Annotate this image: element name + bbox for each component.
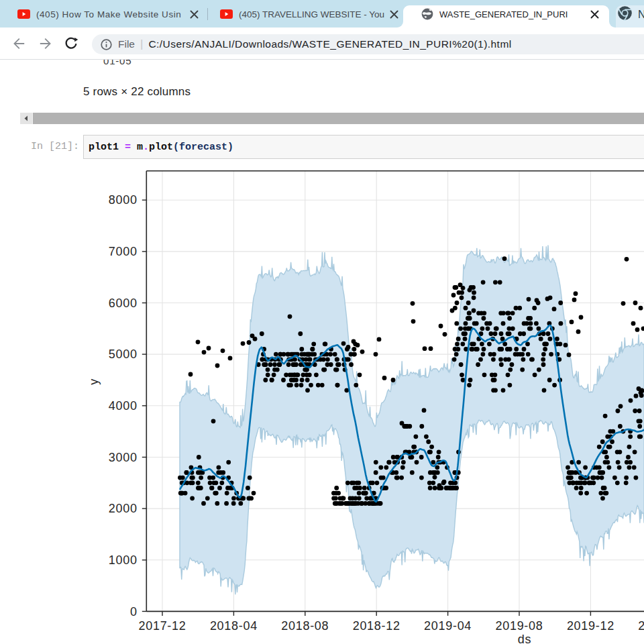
svg-text:2000: 2000 <box>109 502 138 515</box>
svg-text:2017-12: 2017-12 <box>139 619 186 633</box>
svg-text:3000: 3000 <box>109 451 138 464</box>
svg-text:2018-04: 2018-04 <box>210 619 258 633</box>
svg-text:2019-12: 2019-12 <box>567 619 614 633</box>
svg-text:2019-04: 2019-04 <box>424 619 472 633</box>
svg-text:2019-08: 2019-08 <box>496 619 543 633</box>
svg-text:2020-04: 2020-04 <box>638 619 644 633</box>
svg-text:7000: 7000 <box>109 245 138 258</box>
svg-text:1000: 1000 <box>109 553 138 567</box>
svg-text:2018-12: 2018-12 <box>353 619 400 633</box>
svg-text:4000: 4000 <box>109 399 138 413</box>
svg-text:8000: 8000 <box>109 193 138 207</box>
svg-text:0: 0 <box>130 605 138 619</box>
svg-text:ds: ds <box>518 633 531 644</box>
svg-text:2018-08: 2018-08 <box>281 619 329 633</box>
svg-text:y: y <box>87 378 101 385</box>
svg-text:5000: 5000 <box>109 347 138 361</box>
svg-text:6000: 6000 <box>109 297 138 310</box>
